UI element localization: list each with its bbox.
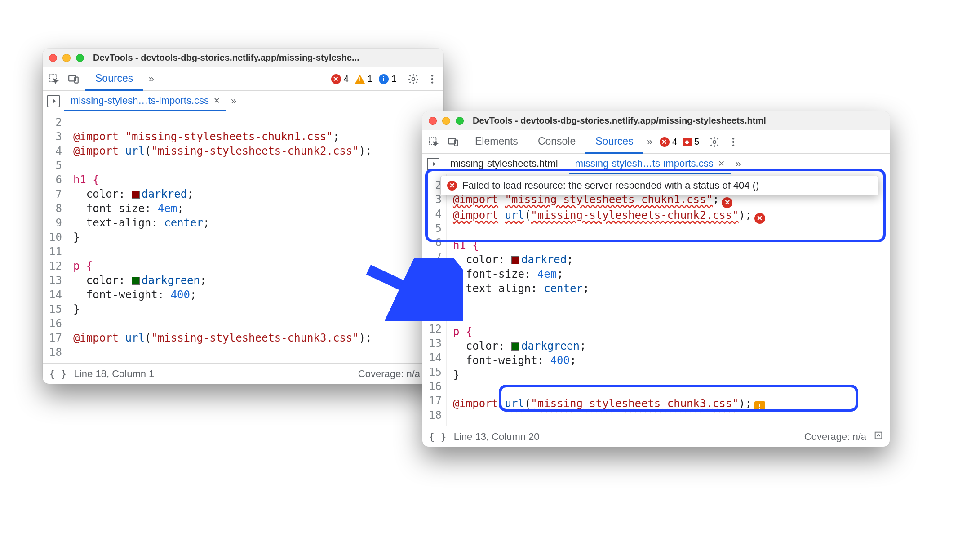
titlebar: DevTools - devtools-dbg-stories.netlify.… bbox=[422, 111, 890, 130]
svg-line-16 bbox=[368, 270, 440, 303]
file-tab-active[interactable]: missing-stylesh…ts-imports.css ✕ bbox=[64, 91, 226, 111]
minimize-icon[interactable] bbox=[442, 117, 450, 125]
window-title: DevTools - devtools-dbg-stories.netlify.… bbox=[93, 53, 359, 63]
svg-point-12 bbox=[732, 138, 734, 139]
tab-sources[interactable]: Sources bbox=[585, 130, 643, 154]
svg-point-11 bbox=[713, 140, 716, 143]
cursor-position: Line 13, Column 20 bbox=[454, 431, 540, 443]
inspect-icon[interactable] bbox=[48, 73, 60, 85]
svg-rect-15 bbox=[875, 432, 882, 439]
navigator-toggle-icon[interactable] bbox=[47, 95, 60, 107]
file-tab-active[interactable]: missing-stylesh…ts-imports.css ✕ bbox=[569, 154, 731, 174]
error-count-badge[interactable]: ✕4 bbox=[331, 74, 349, 84]
traffic-lights bbox=[49, 54, 84, 62]
pretty-print-icon[interactable]: { } bbox=[429, 431, 447, 442]
code-content[interactable]: @import "missing-stylesheets-chukn1.css"… bbox=[67, 111, 443, 363]
tab-console[interactable]: Console bbox=[528, 130, 585, 154]
navigator-toggle-icon[interactable] bbox=[427, 158, 439, 170]
tab-sources[interactable]: Sources bbox=[85, 67, 143, 91]
zoom-icon[interactable] bbox=[76, 54, 84, 62]
window-title: DevTools - devtools-dbg-stories.netlify.… bbox=[473, 115, 766, 126]
main-toolbar: Sources » ✕4 1 i1 bbox=[43, 67, 443, 91]
info-count-badge[interactable]: i1 bbox=[379, 74, 396, 84]
svg-point-3 bbox=[412, 77, 415, 80]
tab-elements[interactable]: Elements bbox=[465, 130, 528, 154]
expand-icon[interactable] bbox=[874, 431, 883, 443]
file-tab-label: missing-stylesheets.html bbox=[450, 158, 558, 169]
more-tabs-icon[interactable]: » bbox=[148, 73, 154, 85]
error-tooltip: ✕ Failed to load resource: the server re… bbox=[440, 176, 878, 195]
file-tabstrip: missing-stylesh…ts-imports.css ✕ » bbox=[43, 91, 443, 111]
tooltip-text: Failed to load resource: the server resp… bbox=[462, 180, 759, 191]
traffic-lights bbox=[429, 117, 464, 125]
close-tab-icon[interactable]: ✕ bbox=[718, 159, 725, 169]
gear-icon[interactable] bbox=[408, 73, 419, 85]
close-icon[interactable] bbox=[429, 117, 437, 125]
more-files-icon[interactable]: » bbox=[231, 95, 236, 107]
pretty-print-icon[interactable]: { } bbox=[49, 368, 67, 379]
device-icon[interactable] bbox=[448, 136, 459, 148]
close-icon[interactable] bbox=[49, 54, 57, 62]
coverage-label: Coverage: n/a bbox=[804, 431, 866, 443]
svg-point-5 bbox=[431, 78, 433, 80]
statusbar: { } Line 13, Column 20 Coverage: n/a bbox=[422, 426, 890, 447]
error-count-badge[interactable]: ✕4 bbox=[660, 137, 677, 147]
gear-icon[interactable] bbox=[709, 136, 720, 148]
devtools-window-left: DevTools - devtools-dbg-stories.netlify.… bbox=[43, 49, 443, 384]
warning-icon[interactable]: ! bbox=[754, 401, 765, 412]
close-tab-icon[interactable]: ✕ bbox=[213, 96, 220, 106]
cursor-position: Line 18, Column 1 bbox=[74, 368, 155, 380]
error-icon[interactable]: ✕ bbox=[754, 213, 765, 224]
inspect-icon[interactable] bbox=[428, 136, 439, 148]
warning-count-badge[interactable]: 1 bbox=[355, 74, 372, 84]
tab-label: Sources bbox=[95, 72, 133, 84]
statusbar: { } Line 18, Column 1 Coverage: n/a bbox=[43, 363, 443, 384]
code-editor[interactable]: 23456789101112131415161718 @import "miss… bbox=[422, 174, 890, 426]
file-tab-label: missing-stylesh…ts-imports.css bbox=[575, 158, 714, 169]
svg-point-4 bbox=[431, 75, 433, 76]
line-gutter: 23456789101112131415161718 bbox=[43, 111, 67, 363]
svg-point-6 bbox=[431, 81, 433, 83]
more-tabs-icon[interactable]: » bbox=[647, 136, 652, 148]
svg-point-14 bbox=[732, 144, 734, 146]
minimize-icon[interactable] bbox=[62, 54, 71, 62]
code-editor[interactable]: 23456789101112131415161718 @import "miss… bbox=[43, 111, 443, 363]
error-icon[interactable]: ✕ bbox=[722, 197, 732, 208]
kebab-icon[interactable] bbox=[426, 73, 438, 85]
more-files-icon[interactable]: » bbox=[736, 158, 741, 170]
zoom-icon[interactable] bbox=[456, 117, 464, 125]
issues-count-badge[interactable]: ◆5 bbox=[683, 137, 699, 147]
file-tabstrip: missing-stylesheets.html missing-stylesh… bbox=[422, 154, 890, 174]
file-tab-label: missing-stylesh…ts-imports.css bbox=[71, 95, 209, 107]
main-toolbar: Elements Console Sources » ✕4 ◆5 bbox=[422, 130, 890, 154]
coverage-label: Coverage: n/a bbox=[358, 368, 420, 380]
svg-point-13 bbox=[732, 141, 734, 142]
code-content[interactable]: @import "missing-stylesheets-chukn1.css"… bbox=[447, 174, 890, 426]
error-icon: ✕ bbox=[447, 181, 457, 191]
device-icon[interactable] bbox=[68, 73, 80, 85]
devtools-window-right: DevTools - devtools-dbg-stories.netlify.… bbox=[422, 111, 890, 447]
titlebar: DevTools - devtools-dbg-stories.netlify.… bbox=[43, 49, 443, 67]
annotation-arrow-icon bbox=[359, 258, 463, 321]
file-tab[interactable]: missing-stylesheets.html bbox=[444, 154, 564, 174]
kebab-icon[interactable] bbox=[727, 136, 739, 148]
